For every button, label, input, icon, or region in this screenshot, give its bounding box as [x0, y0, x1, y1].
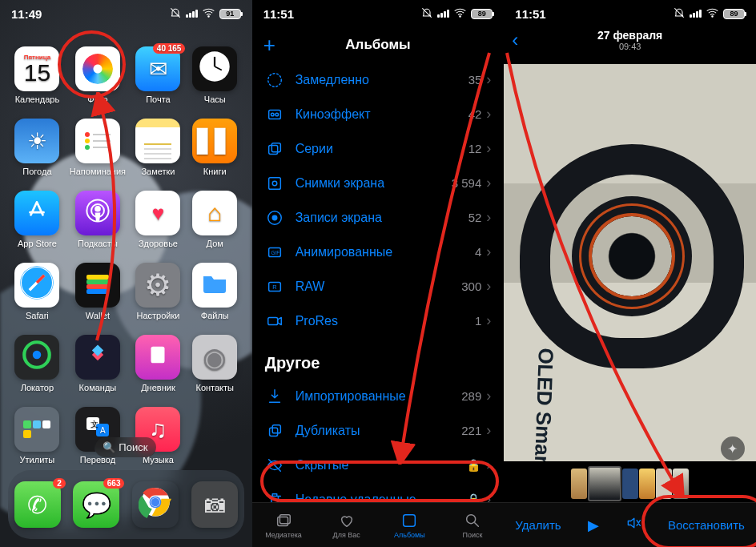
album-name: Анимированные	[296, 245, 475, 259]
svg-point-14	[33, 350, 42, 359]
status-time: 11:51	[263, 7, 294, 21]
album-row-prores[interactable]: ProRes1›	[252, 304, 505, 338]
svg-point-6	[95, 206, 100, 211]
album-row-screenshot[interactable]: Снимки экрана3 594›	[252, 166, 505, 200]
app-findmy[interactable]: Локатор	[13, 335, 62, 392]
album-row-hidden[interactable]: Скрытые🔒›	[252, 448, 505, 482]
app-label: Файлы	[201, 311, 229, 320]
dock-messages[interactable]: 💬663	[73, 481, 119, 528]
app-podcasts[interactable]: Подкасты	[70, 191, 126, 248]
play-icon[interactable]: ▶	[588, 517, 599, 534]
app-books[interactable]: ▋▋Книги	[191, 119, 239, 176]
findmy-icon	[20, 338, 54, 377]
album-row-duplicate[interactable]: Дубликаты221›	[252, 413, 505, 448]
thumb[interactable]	[639, 469, 655, 499]
library-icon	[275, 512, 292, 529]
thumb[interactable]	[673, 469, 689, 499]
app-label: Дневник	[141, 383, 175, 392]
album-count: 3 594	[452, 176, 482, 190]
tab-foryou[interactable]: Для Вас	[315, 503, 378, 547]
album-count: 300	[461, 280, 481, 293]
app-photos[interactable]: Фото	[70, 46, 126, 104]
thumb[interactable]	[656, 469, 672, 499]
dock-chrome[interactable]	[132, 481, 179, 528]
tab-search[interactable]: Поиск	[441, 503, 505, 547]
shortcuts-icon	[83, 340, 112, 375]
thumb[interactable]	[571, 469, 587, 499]
album-row-import[interactable]: Импортированные289›	[252, 379, 505, 413]
album-count: 221	[461, 424, 481, 437]
signal-icon	[690, 10, 702, 18]
app-shortcuts[interactable]: Команды	[70, 335, 126, 392]
app-contacts[interactable]: ◉Контакты	[191, 335, 239, 392]
svg-rect-41	[272, 424, 280, 432]
album-name: Киноэффект	[296, 107, 468, 122]
album-row-slowmo[interactable]: Замедленно35›	[252, 62, 505, 97]
svg-rect-29	[268, 145, 277, 154]
animated-icon: GIF	[265, 243, 284, 261]
wallet-icon	[82, 267, 114, 304]
album-row-burst[interactable]: Серии12›	[252, 131, 505, 166]
album-row-cinematic[interactable]: Киноэффект42›	[252, 97, 505, 131]
app-settings[interactable]: ⚙︎Настройки	[134, 263, 183, 320]
album-count: 1	[475, 314, 481, 328]
home-app-grid: Пятница15Календарь Фото ✉︎40 165Почта Ча…	[13, 46, 239, 465]
spotlight-search[interactable]: 🔍Поиск	[95, 437, 156, 457]
app-label: Часы	[204, 95, 226, 104]
bell-slash-icon	[420, 6, 433, 22]
app-clock[interactable]: Часы	[191, 46, 239, 104]
app-calendar[interactable]: Пятница15Календарь	[13, 46, 62, 104]
album-name: ProRes	[296, 314, 475, 328]
album-count: 289	[461, 389, 481, 403]
svg-rect-11	[86, 284, 109, 289]
albums-icon	[400, 512, 418, 529]
chevron-right-icon: ›	[486, 457, 491, 473]
battery-icon: 89	[723, 9, 745, 19]
thumb[interactable]	[622, 469, 638, 499]
chevron-right-icon: ›	[486, 175, 491, 191]
tab-albums[interactable]: Альбомы	[378, 503, 441, 547]
photo-label: OLED Smart Key	[528, 348, 558, 461]
app-label: Контакты	[195, 383, 234, 392]
clock-icon	[197, 49, 232, 90]
back-button[interactable]: ‹	[512, 29, 518, 51]
app-journal[interactable]: Дневник	[134, 335, 183, 392]
thumbnail-strip[interactable]	[504, 465, 756, 502]
app-appstore[interactable]: App Store	[13, 191, 62, 248]
app-files[interactable]: Файлы	[191, 263, 239, 320]
badge: 2	[53, 478, 66, 489]
album-row-screenrec[interactable]: Записи экрана52›	[252, 200, 505, 235]
tab-library[interactable]: Медиатека	[252, 503, 316, 547]
dock-camera[interactable]: 📷︎	[191, 481, 238, 528]
delete-button[interactable]: Удалить	[515, 518, 561, 532]
calendar-day: 15	[24, 61, 50, 85]
live-effect-button[interactable]: ✦	[721, 436, 745, 461]
app-label: Wallet	[86, 311, 110, 320]
thumb-current[interactable]	[588, 466, 621, 501]
add-album-button[interactable]: +	[263, 33, 275, 58]
tab-label: Медиатека	[265, 531, 302, 539]
chevron-right-icon: ›	[486, 243, 491, 260]
app-weather[interactable]: ☀︎Погода	[13, 119, 62, 176]
sparkle-icon: ✦	[727, 441, 738, 457]
photo-viewer[interactable]: OLED Smart Key	[504, 64, 756, 461]
mute-icon[interactable]	[625, 515, 641, 535]
health-icon: ♥︎	[152, 201, 164, 226]
album-list[interactable]: Замедленно35› Киноэффект42› Серии12› Сни…	[252, 62, 505, 502]
app-notes[interactable]: Заметки	[134, 119, 183, 176]
app-reminders[interactable]: Напоминания	[70, 119, 126, 176]
app-wallet[interactable]: Wallet	[70, 263, 126, 320]
dock-phone[interactable]: ✆2	[14, 481, 61, 528]
album-row-animated[interactable]: GIFАнимированные4›	[252, 235, 505, 269]
tab-label: Для Вас	[333, 531, 360, 539]
app-utilities-folder[interactable]: Утилиты	[13, 407, 62, 465]
album-row-raw[interactable]: RRAW300›	[252, 269, 505, 304]
app-safari[interactable]: Safari	[13, 263, 62, 320]
screenshot-icon	[265, 175, 284, 192]
app-mail[interactable]: ✉︎40 165Почта	[134, 46, 183, 104]
badge: 40 165	[153, 43, 186, 54]
restore-button[interactable]: Восстановить	[668, 518, 745, 532]
app-health[interactable]: ♥︎Здоровье	[134, 191, 183, 248]
album-row-recently-deleted[interactable]: Недавно удаленные🔒›	[252, 482, 505, 502]
app-home[interactable]: ⌂Дом	[191, 191, 239, 248]
